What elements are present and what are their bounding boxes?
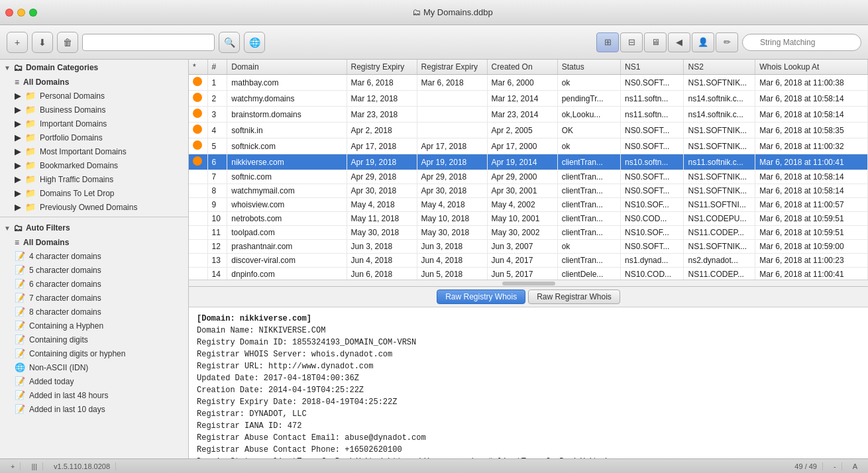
sidebar-item-bookmarked[interactable]: ▶ 📁 Bookmarked Domains: [0, 158, 188, 172]
folder-icon: 📁: [25, 119, 36, 129]
table-row[interactable]: 3brainstorm.domainsMar 23, 2018Mar 23, 2…: [189, 107, 868, 123]
star-dot: [193, 93, 202, 102]
folder-icon: 📁: [25, 188, 36, 198]
table-row[interactable]: 6nikkiverse.comApr 19, 2018Apr 19, 2018A…: [189, 154, 868, 170]
sidebar-item-4char[interactable]: 📝 4 character domains: [0, 249, 188, 263]
table-row[interactable]: 4softnik.inApr 2, 2018Apr 2, 2005OKNS0.S…: [189, 123, 868, 138]
toolbar: + ⬇ 🗑 🔍 🌐 ⊞ ⊟ 🖥 ◀ 👤 ✏ 🔍: [0, 25, 868, 60]
raw-registrar-whois-button[interactable]: Raw Registrar Whois: [528, 289, 620, 304]
col-ns1[interactable]: NS1: [621, 60, 684, 75]
maximize-button[interactable]: [29, 9, 37, 17]
status-add-button[interactable]: +: [5, 462, 21, 470]
sidebar-item-5char[interactable]: 📝 5 character domains: [0, 263, 188, 277]
sidebar-item-added-today[interactable]: 📝 Added today: [0, 374, 188, 388]
table-row[interactable]: 13discover-viral.comJun 4, 2018Jun 4, 20…: [189, 254, 868, 268]
all-domains-label: All Domains: [23, 78, 69, 87]
col-num[interactable]: #: [207, 60, 227, 75]
table-row[interactable]: 9whoisview.comMay 4, 2018May 4, 2018May …: [189, 198, 868, 212]
col-registrar-expiry[interactable]: Registrar Expiry: [417, 60, 487, 75]
containing-digits-label: Containing digits: [29, 335, 88, 344]
sidebar-item-personal-domains[interactable]: ▶ 📁 Personal Domains: [0, 89, 188, 103]
edit-button[interactable]: ✏: [716, 32, 738, 52]
ns1-cell: ns10.softn...: [621, 154, 684, 170]
domain-cell: nikkiverse.com: [227, 154, 347, 170]
col-ns2[interactable]: NS2: [684, 60, 755, 75]
sidebar-item-non-ascii[interactable]: 🌐 Non-ASCII (IDN): [0, 360, 188, 374]
status-cell: clientTran...: [557, 226, 620, 240]
sidebar-item-added-48h[interactable]: 📝 Added in last 48 hours: [0, 388, 188, 402]
status-scroll-button[interactable]: |||: [26, 462, 43, 470]
table-row[interactable]: 1mathbay.comMar 6, 2018Mar 6, 2018Mar 6,…: [189, 75, 868, 91]
ns2-cell: NS1.SOFTNIK...: [684, 184, 755, 198]
raw-registry-whois-button[interactable]: Raw Registry Whois: [437, 289, 525, 304]
col-star[interactable]: *: [189, 60, 207, 75]
col-created-on[interactable]: Created On: [487, 60, 557, 75]
created-cell: May 30, 2002: [487, 226, 557, 240]
sidebar-item-previously-owned[interactable]: ▶ 📁 Previously Owned Domains: [0, 200, 188, 214]
domain-categories-header[interactable]: ▼ 🗂 Domain Categories: [0, 60, 188, 76]
sidebar-item-containing-digits[interactable]: 📝 Containing digits: [0, 333, 188, 346]
sidebar-item-all-domains[interactable]: ≡ All Domains: [0, 76, 188, 89]
col-whois-lookup[interactable]: Whois Lookup At: [755, 60, 868, 75]
sidebar-item-important-domains[interactable]: ▶ 📁 Important Domains: [0, 117, 188, 131]
containing-hyphen-label: Containing a Hyphen: [29, 321, 103, 331]
sidebar-item-let-drop[interactable]: ▶ 📁 Domains To Let Drop: [0, 186, 188, 200]
sidebar-item-6char[interactable]: 📝 6 character domains: [0, 277, 188, 291]
user-button[interactable]: 👤: [692, 32, 714, 52]
table-row[interactable]: 10netrobots.comMay 11, 2018May 10, 2018M…: [189, 212, 868, 226]
sidebar-item-containing-hyphen[interactable]: 📝 Containing a Hyphen: [0, 319, 188, 333]
folder-icon-2: 📁: [25, 91, 36, 101]
table-row[interactable]: 5softnick.comApr 17, 2018Apr 17, 2018Apr…: [189, 138, 868, 154]
search-filter-button[interactable]: 🔍: [219, 32, 240, 53]
created-cell: May 4, 2002: [487, 198, 557, 212]
sidebar-item-added-10d[interactable]: 📝 Added in last 10 days: [0, 402, 188, 416]
ns1-cell: ns1.dynad...: [621, 254, 684, 268]
high-traffic-label: High Traffic Domains: [40, 175, 113, 184]
section-icon: 🗂: [13, 62, 23, 73]
table-row[interactable]: 14dnpinfo.comJun 6, 2018Jun 5, 2018Jun 5…: [189, 268, 868, 280]
rar-expiry-cell: May 10, 2018: [417, 212, 487, 226]
8char-label: 8 character domains: [29, 307, 101, 317]
num-cell: 11: [207, 226, 227, 240]
star-cell: [189, 170, 207, 184]
table-row[interactable]: 11toolpad.comMay 30, 2018May 30, 2018May…: [189, 226, 868, 240]
string-matching-input[interactable]: [742, 34, 861, 51]
domain-cell: watchmymail.com: [227, 184, 347, 198]
col-registry-expiry[interactable]: Registry Expiry: [347, 60, 417, 75]
domain-cell: dnpinfo.com: [227, 268, 347, 280]
list-view-button[interactable]: ⊟: [620, 32, 643, 52]
ns2-cell: ns14.softnik.c...: [684, 107, 755, 123]
sidebar-item-business-domains[interactable]: ▶ 📁 Business Domains: [0, 103, 188, 117]
scroll-thumb[interactable]: [502, 282, 555, 286]
add-button[interactable]: +: [7, 32, 28, 53]
col-domain[interactable]: Domain: [227, 60, 347, 75]
sidebar-item-all-domains-2[interactable]: ≡ All Domains: [0, 236, 188, 249]
back-button[interactable]: ◀: [668, 32, 690, 52]
sidebar-item-most-important[interactable]: ▶ 📁 Most Important Domains: [0, 144, 188, 158]
sidebar-item-high-traffic[interactable]: ▶ 📁 High Traffic Domains: [0, 172, 188, 186]
domain-table: * # Domain Registry Expiry Registrar Exp…: [189, 60, 868, 280]
table-row[interactable]: 2watchmy.domainsMar 12, 2018Mar 12, 2014…: [189, 91, 868, 107]
globe-button[interactable]: 🌐: [244, 32, 265, 53]
status-cell: clientTran...: [557, 198, 620, 212]
divider: [0, 217, 188, 217]
minimize-button[interactable]: [17, 9, 25, 17]
search-input[interactable]: [82, 34, 215, 51]
table-row[interactable]: 12prashantnair.comJun 3, 2018Jun 3, 2018…: [189, 240, 868, 254]
sidebar-item-7char[interactable]: 📝 7 character domains: [0, 291, 188, 305]
auto-filters-header[interactable]: ▼ 🗂 Auto Filters: [0, 220, 188, 236]
download-button[interactable]: ⬇: [32, 32, 53, 53]
table-row[interactable]: 8watchmymail.comApr 30, 2018Apr 30, 2018…: [189, 184, 868, 198]
table-row[interactable]: 7softnic.comApr 29, 2018Apr 29, 2018Apr …: [189, 170, 868, 184]
ns1-cell: NS0.SOFT...: [621, 123, 684, 138]
sidebar-item-portfolio-domains[interactable]: ▶ 📁 Portfolio Domains: [0, 131, 188, 144]
close-button[interactable]: [5, 9, 13, 17]
col-status[interactable]: Status: [557, 60, 620, 75]
star-cell: [189, 212, 207, 226]
sidebar-item-containing-digits-hyphen[interactable]: 📝 Containing digits or hyphen: [0, 346, 188, 360]
status-cell: clientTran...: [557, 212, 620, 226]
sidebar-item-8char[interactable]: 📝 8 character domains: [0, 305, 188, 319]
delete-button[interactable]: 🗑: [57, 32, 78, 53]
monitor-button[interactable]: 🖥: [644, 32, 667, 52]
grid-view-button[interactable]: ⊞: [596, 32, 619, 52]
